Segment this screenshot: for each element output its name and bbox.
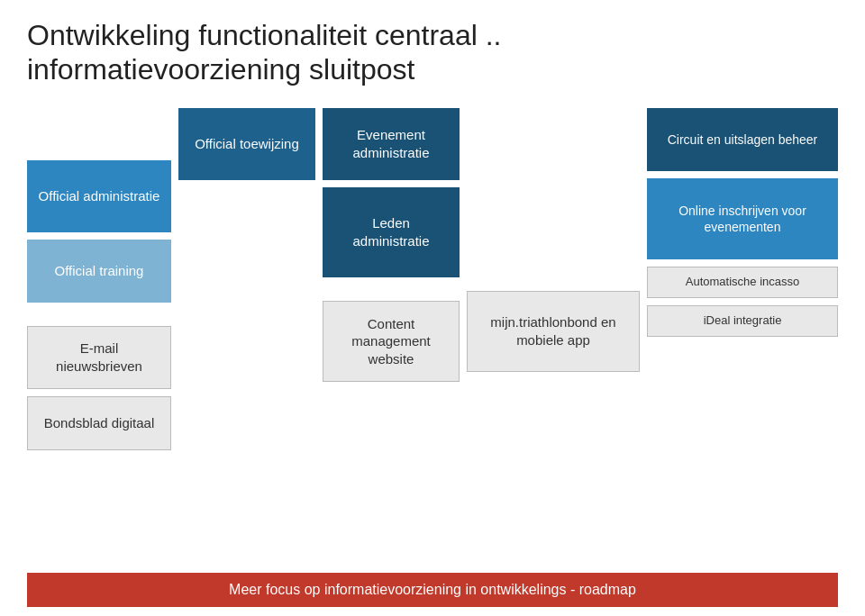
title-line2: informatievoorziening sluitpost (27, 53, 414, 86)
content-management-label: Content management website (334, 315, 448, 368)
col3: Evenement administratie Leden administra… (315, 108, 460, 382)
page: Ontwikkeling functionaliteit centraal ..… (0, 0, 865, 616)
content-management-box: Content management website (323, 301, 460, 382)
col5: Circuit en uitslagen beheer Online insch… (640, 108, 838, 337)
mijn-triathlon-box: mijn.triathlonbond en mobiele app (467, 291, 640, 372)
bondsblad-digitaal-box: Bondsblad digitaal (27, 396, 171, 450)
circuit-uitslagen-box: Circuit en uitslagen beheer (647, 108, 838, 171)
automatische-incasso-box: Automatische incasso (647, 267, 838, 298)
official-toewijzing-box: Official toewijzing (178, 108, 315, 180)
ideal-integratie-box: iDeal integratie (647, 305, 838, 337)
main-title: Ontwikkeling functionaliteit centraal ..… (27, 18, 838, 87)
ideal-integratie-label: iDeal integratie (704, 313, 782, 329)
bondsblad-digitaal-label: Bondsblad digitaal (44, 414, 155, 432)
online-inschrijven-box: Online inschrijven voor evenementen (647, 178, 838, 259)
email-nieuwsbrieven-box: E-mail nieuwsbrieven (27, 326, 171, 389)
circuit-uitslagen-label: Circuit en uitslagen beheer (668, 131, 818, 148)
footer-bar: Meer focus op informatievoorziening in o… (27, 573, 838, 607)
title-area: Ontwikkeling functionaliteit centraal ..… (27, 18, 838, 87)
online-inschrijven-label: Online inschrijven voor evenementen (658, 203, 827, 235)
col4: mijn.triathlonbond en mobiele app (460, 108, 640, 372)
email-nieuwsbrieven-label: E-mail nieuwsbrieven (39, 340, 159, 375)
official-administratie-box: Official administratie (27, 160, 171, 232)
leden-administratie-box: Leden administratie (323, 187, 460, 277)
official-toewijzing-label: Official toewijzing (195, 135, 299, 153)
official-training-label: Official training (55, 262, 144, 280)
official-training-box: Official training (27, 240, 171, 303)
automatische-incasso-label: Automatische incasso (686, 275, 799, 290)
footer-text: Meer focus op informatievoorziening in o… (229, 582, 636, 597)
leden-administratie-label: Leden administratie (333, 214, 449, 249)
col2: Official toewijzing (171, 108, 315, 187)
mijn-triathlon-label: mijn.triathlonbond en mobiele app (478, 313, 628, 349)
title-line1: Ontwikkeling functionaliteit centraal .. (27, 19, 501, 51)
evenement-administratie-label: Evenement administratie (333, 126, 449, 161)
evenement-administratie-box: Evenement administratie (323, 108, 460, 180)
official-administratie-label: Official administratie (39, 187, 160, 205)
col1: Official administratie Official training… (27, 108, 171, 450)
diagram: Official administratie Official training… (27, 104, 838, 566)
